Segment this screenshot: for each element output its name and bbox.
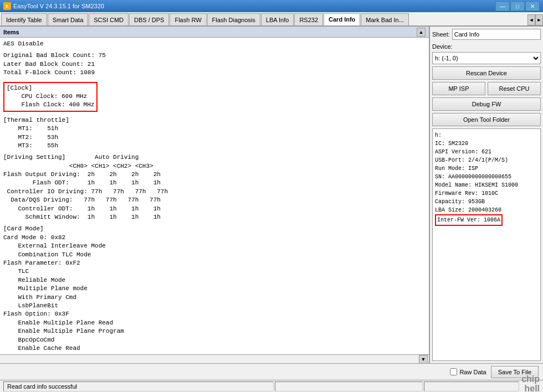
maximize-button[interactable]: □ — [510, 1, 525, 11]
flash-param-multi-plane: Multiple Plane mode — [3, 285, 426, 293]
info-model: Model Name: HIKSEMI S1000 — [435, 181, 538, 189]
driving-header: [Driving Setting] Auto Driving — [3, 153, 426, 162]
info-ic: IC: SM2320 — [435, 140, 538, 148]
mp-isp-button[interactable]: MP ISP — [432, 82, 485, 95]
tab-scsi-cmd[interactable]: SCSI CMD — [89, 13, 129, 25]
content-line-original-bad: Original Bad Block Count: 75 — [3, 51, 426, 60]
content-area[interactable]: AES Disable Original Bad Block Count: 75… — [0, 38, 429, 354]
info-capacity: Capacity: 953GB — [435, 198, 538, 206]
cpu-clock: CPU Clock: 600 MHz — [7, 92, 94, 101]
card-mode-section: [Card Mode] Card Mode 0: 0x82 External I… — [3, 225, 426, 353]
tab-lba-info[interactable]: LBA Info — [261, 13, 294, 25]
card-mode-0: Card Mode 0: 0x82 — [3, 234, 426, 242]
content-line-total-f-block: Total F-Block Count: 1089 — [3, 69, 426, 77]
mt2: MT2: 53h — [3, 133, 426, 142]
device-select[interactable]: h: (-1, 0) — [432, 52, 541, 64]
app-icon: E — [3, 2, 11, 10]
flash-opt-multi-read: Enable Multiple Plane Read — [3, 319, 426, 327]
rescan-device-button[interactable]: Rescan Device — [432, 66, 541, 80]
nav-left-arrow[interactable]: ◄ — [527, 14, 535, 25]
bottom-bar: Raw Data Save To File — [0, 363, 543, 380]
scroll-up-btn[interactable]: ▲ — [417, 28, 426, 37]
device-label: Device: — [432, 43, 453, 50]
tab-dbs-dps[interactable]: DBS / DPS — [129, 13, 169, 25]
raw-data-checkbox[interactable] — [450, 368, 457, 375]
status-message: Read card info successful — [3, 381, 274, 391]
flash-opt-cache: Enable Cache Read — [3, 344, 426, 353]
debug-fw-button[interactable]: Debug FW — [432, 97, 541, 111]
flash-param-primary: With Primary Cmd — [3, 293, 426, 302]
clock-header: [Clock] — [7, 84, 94, 92]
scroll-down-btn[interactable]: ▼ — [419, 355, 428, 364]
clock-highlight-box: [Clock] CPU Clock: 600 MHz Flash Clock: … — [3, 82, 98, 112]
thermal-header: [Thermal throttle] — [3, 116, 426, 125]
info-run-mode: Run Mode: ISP — [435, 164, 538, 173]
tab-mark-bad-in[interactable]: Mark Bad In... — [361, 13, 408, 25]
raw-data-label: Raw Data — [459, 369, 486, 375]
content-line-aes: AES Disable — [3, 40, 426, 48]
right-panel: Sheet: Device: h: (-1, 0) Rescan Device … — [429, 27, 543, 363]
status-bar: Read card info successful chip hell .com — [0, 380, 543, 392]
open-tool-folder-button[interactable]: Open Tool Folder — [432, 113, 541, 126]
driving-section: [Driving Setting] Auto Driving <CH0> <CH… — [3, 153, 426, 221]
flash-param-tlc: TLC — [3, 267, 426, 276]
info-aspi: ASPI Version: 621 — [435, 148, 538, 156]
mt3: MT3: 55h — [3, 142, 426, 150]
driving-flash-out: Flash Output Driving: 2h 2h 2h 2h — [3, 171, 426, 179]
clock-section: [Clock] CPU Clock: 600 MHz Flash Clock: … — [3, 81, 426, 113]
close-button[interactable]: ✕ — [525, 1, 540, 11]
tab-flash-diagnosis[interactable]: Flash Diagnosis — [207, 13, 260, 25]
status-section-3 — [424, 381, 519, 391]
tab-flash-rw[interactable]: Flash RW — [170, 13, 206, 25]
sheet-label: Sheet: — [432, 31, 450, 38]
app-title: EasyTool V 24.3.15.1 for SM2320 — [13, 3, 104, 9]
flash-opt-multi-prog: Enable Multiple Plane Program — [3, 327, 426, 336]
tab-bar: Identify Table Smart Data SCSI CMD DBS /… — [0, 12, 543, 27]
tab-identify-table[interactable]: Identify Table — [1, 13, 47, 25]
reset-cpu-button[interactable]: Reset CPU — [488, 82, 541, 95]
sheet-input[interactable] — [452, 29, 541, 40]
mt1: MT1: 51h — [3, 125, 426, 133]
driving-ctrl-odt: Controller ODT: 1h 1h 1h 1h — [3, 205, 426, 213]
flash-param: Flash Parameter: 0xF2 — [3, 259, 426, 267]
flash-clock: Flash Clock: 400 MHz — [7, 101, 94, 109]
info-lba-size: LBA Size: 2000403260 — [435, 206, 538, 214]
nav-right-arrow[interactable]: ► — [535, 14, 543, 25]
info-usb: USB-Port: 2/4/1(P/M/S) — [435, 156, 538, 164]
flash-param-lsb: LsbPlaneBit — [3, 302, 426, 310]
card-mode-combo: Combination TLC Mode — [3, 251, 426, 259]
info-sn: SN: AA00000000000000655 — [435, 173, 538, 181]
panel-header-label: Items — [3, 29, 19, 35]
info-interfw: Inter-FW Ver: 1006A — [435, 214, 538, 226]
left-panel: Items ▲ AES Disable Original Bad Block C… — [0, 27, 429, 363]
driving-channels: <CH0> <CH1> <CH2> <CH3> — [3, 162, 426, 171]
content-line-later-bad: Later Bad Block Count: 21 — [3, 60, 426, 69]
flash-param-reliable: Reliable Mode — [3, 276, 426, 285]
thermal-section: [Thermal throttle] MT1: 51h MT2: 53h MT3… — [3, 116, 426, 151]
driving-dqs: Data/DQS Driving: 77h 77h 77h 77h — [3, 196, 426, 204]
driving-flash-odt: Flash ODT: 1h 1h 1h 1h — [3, 179, 426, 187]
driving-schmitt: Schmitt Window: 1h 1h 1h 1h — [3, 213, 426, 221]
title-bar: E EasyTool V 24.3.15.1 for SM2320 — □ ✕ — [0, 0, 543, 12]
interfw-highlight: Inter-FW Ver: 1006A — [435, 214, 503, 226]
driving-ctrl-io: Controller IO Driving: 77h 77h 77h 77h — [3, 188, 426, 196]
tab-rs232[interactable]: RS232 — [294, 13, 323, 25]
card-mode-header: [Card Mode] — [3, 225, 426, 233]
flash-opt-bpc: BpcOpCoCmd — [3, 336, 426, 344]
device-info-box: h: IC: SM2320 ASPI Version: 621 USB-Port… — [432, 128, 541, 361]
info-h: h: — [435, 131, 538, 140]
watermark: chip hell .com — [521, 374, 540, 392]
panel-header: Items ▲ — [0, 27, 429, 38]
info-fw-rev: Firmware Rev: 1010C — [435, 189, 538, 198]
flash-option: Flash Option: 0x3F — [3, 310, 426, 318]
tab-card-info[interactable]: Card Info — [324, 13, 360, 25]
status-section-2 — [275, 381, 423, 391]
minimize-button[interactable]: — — [495, 1, 510, 11]
raw-data-checkbox-label[interactable]: Raw Data — [450, 368, 486, 375]
tab-smart-data[interactable]: Smart Data — [48, 13, 89, 25]
card-mode-ext: External Interleave Mode — [3, 242, 426, 250]
